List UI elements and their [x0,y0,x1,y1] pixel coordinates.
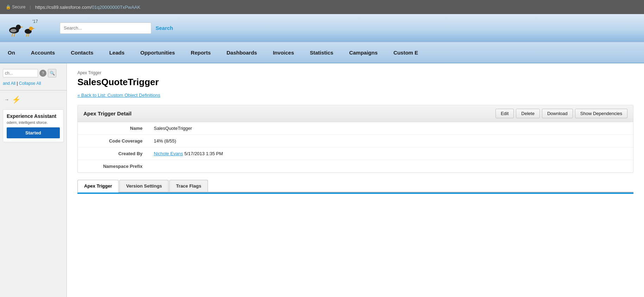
breadcrumb: Apex Trigger [77,70,633,75]
search-area: Search [60,23,176,34]
lock-icon: 🔒 Secure [6,5,25,10]
field-value-created-by: Nichole Evans 5/17/2013 1:35 PM [148,147,633,160]
back-to-list-link[interactable]: Back to List: Custom Object Definitions [77,93,160,98]
download-button[interactable]: Download [542,109,573,118]
sidebar-nav-arrow-lightning[interactable]: → ⚡ [0,93,67,106]
sf-header: '17 Search [0,14,644,42]
sidebar-help-icon[interactable]: ? [39,70,46,77]
nav-item-campaigns[interactable]: Campaigns [341,42,386,63]
svg-line-4 [14,33,15,37]
field-label-created-by: Created By [78,147,148,160]
show-dependencies-button[interactable]: Show Dependencies [575,109,627,118]
table-row: Created By Nichole Evans 5/17/2013 1:35 … [78,147,633,160]
svg-line-3 [12,33,13,37]
nav-item-leads[interactable]: Leads [101,42,132,63]
created-by-date: 5/17/2013 1:35 PM [183,151,223,156]
get-started-button[interactable]: Started [7,127,60,138]
tab-version-settings[interactable]: Version Settings [119,180,169,192]
svg-line-9 [28,34,29,37]
field-value-namespace [148,160,633,173]
svg-point-6 [29,26,33,30]
logo-area: '17 [7,18,39,38]
sidebar-expand-collapse: and All | Collapse All [0,80,67,87]
nav-item-accounts[interactable]: Accounts [23,42,63,63]
search-input[interactable] [60,23,151,34]
nav-item-custom[interactable]: Custom E [386,42,426,63]
detail-section: Apex Trigger Detail Edit Delete Download… [77,105,633,173]
browser-bar: 🔒 Secure | https://cs89.salesforce.com/0… [0,0,644,14]
sidebar-feature-box: Experience Assistant odern, intelligent … [3,109,64,142]
tab-apex-trigger[interactable]: Apex Trigger [77,180,119,192]
nav-item-contacts[interactable]: Contacts [63,42,101,63]
feature-title: Experience Assistant [7,113,60,119]
expand-all-link[interactable]: and All [3,81,15,86]
field-label-namespace: Namespace Prefix [78,160,148,173]
svg-point-1 [16,25,21,30]
table-row: Namespace Prefix [78,160,633,173]
tabs-bar: Apex Trigger Version Settings Trace Flag… [77,180,633,192]
nav-item-on[interactable]: On [0,42,23,63]
search-button[interactable]: Search [153,24,176,32]
lightning-icon: ⚡ [12,95,21,104]
sidebar-search-go-button[interactable]: 🔍 [48,69,56,77]
svg-line-8 [26,34,27,37]
field-label-name: Name [78,122,148,135]
main-layout: ? 🔍 and All | Collapse All → ⚡ Experienc… [0,63,644,297]
content-area: Apex Trigger SalesQuoteTrigger Back to L… [67,63,644,297]
nav-item-dashboards[interactable]: Dashboards [219,42,265,63]
sidebar: ? 🔍 and All | Collapse All → ⚡ Experienc… [0,63,67,297]
arrow-icon: → [4,97,9,102]
edit-button[interactable]: Edit [495,109,514,118]
delete-button[interactable]: Delete [516,109,540,118]
nav-bar: On Accounts Contacts Leads Opportunities… [0,42,644,63]
created-by-link[interactable]: Nichole Evans [154,151,183,156]
nav-item-opportunities[interactable]: Opportunities [133,42,183,63]
svg-marker-7 [33,28,35,29]
detail-header: Apex Trigger Detail Edit Delete Download… [78,105,633,122]
url-bar: https://cs89.salesforce.com/01q20000000T… [35,5,140,10]
detail-table: Name SalesQuoteTrigger Code Coverage 14%… [78,122,633,172]
tab-trace-flags[interactable]: Trace Flags [169,180,208,192]
sf-logo: '17 [7,18,39,37]
field-value-coverage: 14% (8/55) [148,135,633,147]
detail-actions: Edit Delete Download Show Dependencies [495,109,627,118]
svg-text:'17: '17 [32,19,38,24]
collapse-all-link[interactable]: Collapse All [19,81,41,86]
nav-item-statistics[interactable]: Statistics [302,42,341,63]
field-value-name: SalesQuoteTrigger [148,122,633,135]
sidebar-search-area: ? 🔍 [0,67,67,80]
sidebar-search-input[interactable] [3,69,38,77]
feature-text: odern, intelligent sforce. [7,120,60,125]
field-label-coverage: Code Coverage [78,135,148,147]
nav-item-reports[interactable]: Reports [183,42,219,63]
table-row: Code Coverage 14% (8/55) [78,135,633,147]
detail-section-title: Apex Trigger Detail [83,110,132,116]
svg-point-10 [10,29,17,32]
tab-blue-indicator [77,192,633,194]
table-row: Name SalesQuoteTrigger [78,122,633,135]
nav-item-invoices[interactable]: Invoices [265,42,302,63]
svg-marker-2 [21,26,23,28]
page-title: SalesQuoteTrigger [77,77,633,88]
